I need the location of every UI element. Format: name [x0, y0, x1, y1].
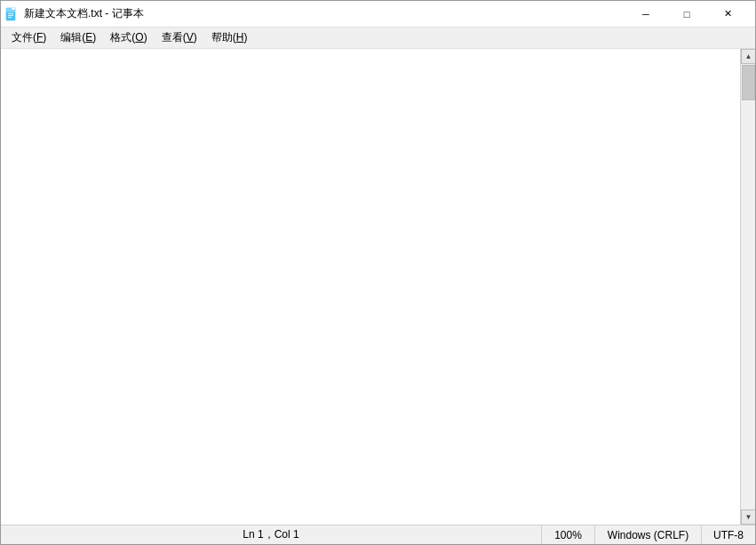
menu-help-label: 帮助(H) [211, 31, 248, 43]
menu-file[interactable]: 文件(F) [4, 28, 53, 47]
vertical-scrollbar[interactable]: ▲ ▼ [740, 49, 755, 525]
svg-rect-5 [12, 7, 15, 10]
notepad-window: 新建文本文档.txt - 记事本 ─ □ ✕ 文件(F) 编辑(E) 格式(O)… [0, 0, 756, 545]
svg-rect-2 [8, 13, 13, 14]
maximize-button[interactable]: □ [666, 1, 707, 28]
editor-container: ▲ ▼ [1, 49, 755, 525]
title-bar-left: 新建文本文档.txt - 记事本 [4, 6, 144, 21]
menu-format-label: 格式(O) [110, 31, 147, 43]
menu-file-label: 文件(F) [12, 31, 46, 43]
editor-textarea[interactable] [1, 49, 740, 525]
scroll-up-button[interactable]: ▲ [741, 49, 755, 64]
scroll-track[interactable] [741, 64, 755, 509]
menu-help[interactable]: 帮助(H) [204, 28, 255, 47]
close-button[interactable]: ✕ [707, 1, 748, 28]
scroll-thumb[interactable] [742, 65, 755, 100]
title-bar-controls: ─ □ ✕ [625, 1, 748, 28]
menu-format[interactable]: 格式(O) [103, 28, 154, 47]
title-bar: 新建文本文档.txt - 记事本 ─ □ ✕ [1, 1, 755, 28]
menu-bar: 文件(F) 编辑(E) 格式(O) 查看(V) 帮助(H) [1, 28, 755, 49]
notepad-icon [4, 7, 19, 21]
encoding: UTF-8 [702, 525, 755, 544]
status-bar: Ln 1，Col 1 100% Windows (CRLF) UTF-8 [1, 525, 755, 544]
zoom-level: 100% [542, 525, 595, 544]
menu-edit-label: 编辑(E) [60, 31, 96, 43]
minimize-button[interactable]: ─ [625, 1, 666, 28]
menu-edit[interactable]: 编辑(E) [53, 28, 103, 47]
line-ending: Windows (CRLF) [595, 525, 702, 544]
svg-rect-3 [8, 15, 13, 16]
cursor-position: Ln 1，Col 1 [1, 525, 542, 544]
menu-view-label: 查看(V) [162, 31, 197, 43]
menu-view[interactable]: 查看(V) [155, 28, 204, 47]
window-title: 新建文本文档.txt - 记事本 [24, 6, 144, 21]
svg-rect-4 [8, 17, 12, 18]
scroll-down-button[interactable]: ▼ [741, 509, 755, 525]
